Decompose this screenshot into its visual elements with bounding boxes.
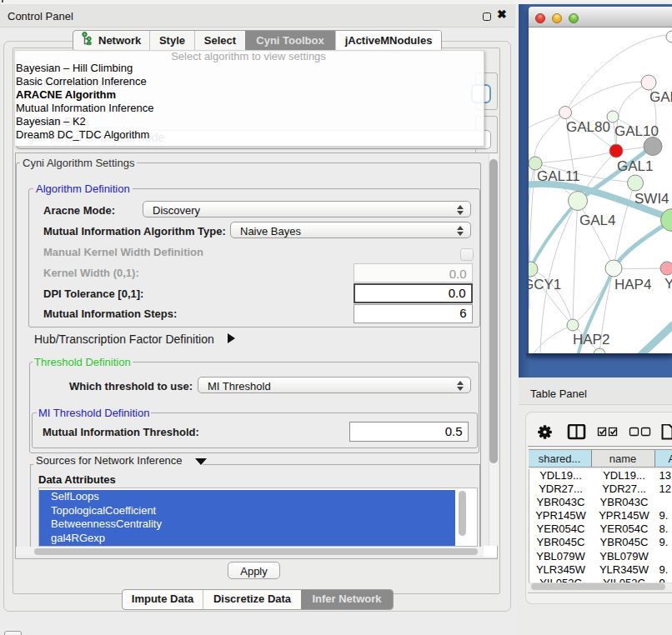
- svg-text:GAL1: GAL1: [617, 158, 653, 174]
- svg-text:GAL80: GAL80: [566, 119, 610, 135]
- svg-text:HAP4: HAP4: [614, 277, 651, 292]
- svg-text:GAL7: GAL7: [649, 89, 672, 105]
- svg-text:Y: Y: [664, 276, 672, 292]
- svg-text:SWI4: SWI4: [634, 191, 669, 207]
- svg-text:GCY1: GCY1: [529, 277, 561, 292]
- svg-text:GAL10: GAL10: [614, 123, 659, 139]
- svg-text:HAP2: HAP2: [573, 332, 609, 348]
- svg-text:GAL4: GAL4: [579, 212, 615, 228]
- svg-text:GAL11: GAL11: [537, 168, 580, 184]
